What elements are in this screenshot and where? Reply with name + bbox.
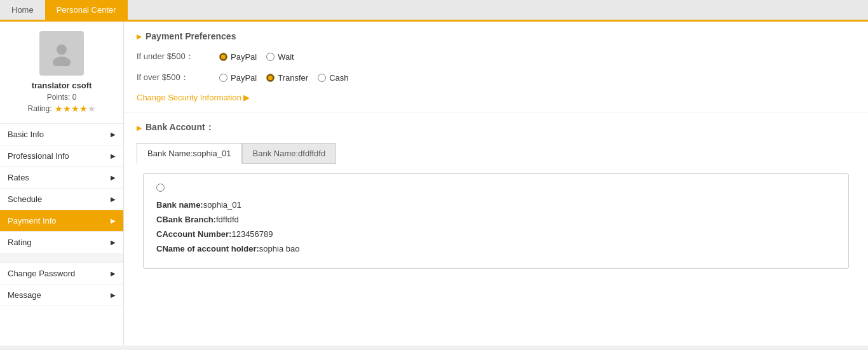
sidebar-item-message[interactable]: Message ▶ [0, 285, 123, 306]
star-2: ★ [63, 104, 71, 114]
arrow-icon: ▶ [111, 270, 116, 277]
star-4: ★ [79, 104, 88, 114]
under-500-label: If under $500： [137, 51, 219, 62]
bank-select-radio[interactable] [156, 184, 165, 192]
bank-holder-detail: CName of account holder:sophia bao [156, 244, 836, 253]
bank-card: Bank name:sophia_01 CBank Branch:fdffdfd… [143, 173, 849, 269]
arrow-icon: ▶ [111, 196, 116, 203]
bank-branch-detail: CBank Branch:fdffdfd [156, 215, 836, 224]
payment-preferences-header: ▶ Payment Preferences [137, 31, 855, 41]
main-layout: translator csoft Points: 0 Rating: ★ ★ ★… [0, 22, 868, 346]
sidebar: translator csoft Points: 0 Rating: ★ ★ ★… [0, 22, 124, 346]
transfer-over-option[interactable]: Transfer [266, 73, 308, 83]
arrow-icon: ▶ [111, 152, 116, 159]
sidebar-nav: Basic Info ▶ Professional Info ▶ Rates ▶… [0, 124, 123, 306]
username: translator csoft [32, 81, 92, 90]
bank-tabs: Bank Name:sophia_01 Bank Name:dfdffdfd [137, 143, 855, 164]
sidebar-item-change-password[interactable]: Change Password ▶ [0, 263, 123, 285]
sidebar-item-basic-info[interactable]: Basic Info ▶ [0, 124, 123, 145]
points: Points: 0 [47, 93, 77, 102]
bank-name-detail: Bank name:sophia_01 [156, 200, 836, 210]
paypal-under-option[interactable]: PayPal [219, 52, 257, 62]
wait-under-option[interactable]: Wait [266, 52, 294, 62]
paypal-over-option[interactable]: PayPal [219, 73, 257, 83]
main-content: ▶ Payment Preferences If under $500： Pay… [124, 22, 868, 346]
bank-account-section: ▶ Bank Account： Bank Name:sophia_01 Bank… [124, 112, 868, 278]
wait-under-radio[interactable] [266, 53, 275, 61]
top-tab-bar: Home Personal Center [0, 0, 868, 22]
paypal-over-radio[interactable] [219, 74, 227, 82]
sidebar-item-rates[interactable]: Rates ▶ [0, 167, 123, 189]
arrow-icon: ▶ [111, 131, 116, 138]
svg-point-0 [57, 44, 67, 55]
bank-account-header: ▶ Bank Account： [137, 122, 855, 133]
arrow-icon: ▶ [111, 292, 116, 299]
arrow-icon: ▶ [111, 239, 116, 246]
profile-section: translator csoft Points: 0 Rating: ★ ★ ★… [0, 22, 123, 124]
bank-tab-dfdffdfd[interactable]: Bank Name:dfdffdfd [242, 143, 337, 164]
svg-point-1 [53, 57, 71, 66]
over-500-row: If over $500： PayPal Transfer Cash [137, 72, 855, 83]
arrow-icon: ▶ [111, 217, 116, 224]
nav-separator [0, 253, 123, 263]
change-security-link[interactable]: Change Security Information ▶ [137, 93, 855, 102]
tab-personal-center[interactable]: Personal Center [45, 0, 128, 20]
sidebar-item-payment-info[interactable]: Payment Info ▶ [0, 210, 123, 232]
cash-over-option[interactable]: Cash [318, 73, 348, 83]
tab-home[interactable]: Home [0, 0, 45, 20]
payment-preferences-section: ▶ Payment Preferences If under $500： Pay… [124, 22, 868, 112]
star-1: ★ [55, 104, 63, 114]
under-500-row: If under $500： PayPal Wait [137, 51, 855, 62]
star-3: ★ [71, 104, 79, 114]
paypal-under-radio[interactable] [219, 53, 227, 61]
cash-over-radio[interactable] [318, 74, 326, 82]
rating-row: Rating: ★ ★ ★ ★ ★ [27, 104, 95, 114]
sidebar-item-professional-info[interactable]: Professional Info ▶ [0, 145, 123, 167]
avatar [39, 31, 84, 76]
over-500-options: PayPal Transfer Cash [219, 73, 348, 83]
over-500-label: If over $500： [137, 72, 219, 83]
bank-section-arrow-icon: ▶ [137, 125, 142, 131]
star-5: ★ [88, 104, 96, 114]
transfer-over-radio[interactable] [266, 74, 275, 82]
arrow-icon: ▶ [111, 174, 116, 181]
under-500-options: PayPal Wait [219, 52, 294, 62]
bank-tab-sophia-01[interactable]: Bank Name:sophia_01 [137, 143, 242, 164]
bank-card-radio [156, 184, 836, 194]
section-arrow-icon: ▶ [137, 33, 142, 40]
bank-account-number-detail: CAccount Number:123456789 [156, 229, 836, 239]
sidebar-item-rating[interactable]: Rating ▶ [0, 232, 123, 253]
sidebar-item-schedule[interactable]: Schedule ▶ [0, 189, 123, 210]
stars: ★ ★ ★ ★ ★ [55, 104, 96, 114]
